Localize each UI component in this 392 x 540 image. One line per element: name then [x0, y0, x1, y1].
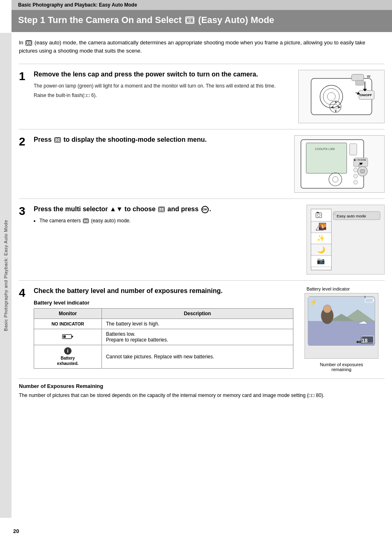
title-section: Step 1 Turn the Camera On and Select (Ea…	[12, 10, 392, 32]
battery-section-title: Battery level indicator	[34, 300, 293, 306]
svg-rect-46	[311, 209, 331, 222]
svg-text:▶/ SCENE: ▶/ SCENE	[354, 159, 366, 161]
svg-point-44	[85, 220, 87, 222]
svg-text:◀: ◀	[331, 105, 334, 109]
svg-point-73	[323, 305, 332, 313]
step-2-section: 2 Press to display the shooting-mode sel…	[19, 129, 385, 193]
svg-text:📷: 📷	[356, 338, 362, 344]
step-3-section: 3 Press the multi selector ▲▼ to choose …	[19, 198, 385, 275]
page-title: Step 1 Turn the Camera On and Select (Ea…	[18, 14, 385, 26]
col-desc: Description	[101, 308, 293, 318]
desc-cell-3: Cannot take pictures. Replace with new b…	[101, 345, 293, 368]
step-4-heading: Check the battery level and number of ex…	[34, 286, 293, 295]
page-number: 20	[13, 528, 19, 534]
exposures-section: Number of Exposures Remaining The number…	[19, 378, 385, 399]
monitor-cell-1: NO INDICATOR	[34, 318, 102, 329]
svg-rect-49	[317, 212, 319, 213]
svg-rect-76	[373, 300, 374, 301]
step-3-image: Easy auto mode 🌄 ✨ 🌙 📷	[307, 205, 385, 275]
svg-text:⚡: ⚡	[310, 299, 317, 306]
svg-point-42	[161, 208, 162, 210]
table-row: Batteries low.Prepare to replace batteri…	[34, 329, 293, 345]
svg-text:▶: ▶	[338, 105, 341, 109]
svg-point-39	[354, 174, 358, 178]
svg-rect-12	[355, 81, 364, 85]
step-1-image: T W ON/OFF ▲ ▼ ◀	[298, 70, 385, 123]
step-3-bullets: The camera enters (easy auto) mode.	[39, 217, 302, 225]
step-4-content: Check the battery level and number of ex…	[34, 286, 293, 369]
svg-text:✨: ✨	[317, 234, 325, 242]
step-1-heading: Remove the lens cap and press the power …	[34, 70, 293, 79]
exposures-text: The number of pictures that can be store…	[19, 392, 385, 399]
svg-rect-41	[159, 208, 164, 211]
svg-text:18: 18	[362, 337, 367, 344]
content-area: In (easy auto) mode, the camera automati…	[12, 32, 392, 406]
svg-text:W: W	[367, 74, 371, 78]
sidebar-label: Basic Photography and Playback: Easy Aut…	[3, 220, 8, 331]
step-1-number: 1	[19, 70, 29, 82]
monitor-cell-3: i Batteryexhausted.	[34, 345, 102, 368]
svg-text:▼: ▼	[334, 110, 337, 113]
step-1-note: Raise the built-in flash(□□ 6).	[34, 92, 293, 99]
svg-rect-65	[63, 335, 66, 338]
svg-text:🌙: 🌙	[317, 246, 325, 254]
step-3-bullet-1: The camera enters (easy auto) mode.	[39, 217, 302, 225]
svg-rect-23	[55, 138, 60, 141]
svg-point-1	[189, 19, 191, 21]
svg-text:ON/OFF: ON/OFF	[360, 93, 372, 97]
step-2-number: 2	[19, 135, 29, 148]
step-2-image: COOLPIX L300 ▶/ SCENE	[294, 135, 385, 193]
svg-point-40	[354, 180, 358, 185]
svg-rect-0	[187, 18, 193, 22]
step-3-heading: Press the multi selector ▲▼ to choose an…	[34, 205, 302, 214]
step-2-body: Press to display the shooting-mode selec…	[34, 135, 289, 148]
svg-text:📷: 📷	[317, 257, 325, 265]
table-row: i Batteryexhausted. Cannot take pictures…	[34, 345, 293, 368]
battery-label-top: Battery level indicator	[298, 286, 350, 291]
step-3-body: Press the multi selector ▲▼ to choose an…	[34, 205, 302, 225]
main-content: Basic Photography and Playback: Easy Aut…	[12, 0, 392, 406]
svg-rect-11	[352, 74, 364, 81]
svg-rect-3	[27, 41, 31, 44]
battery-label-bottom: Number of exposuresremaining	[320, 362, 363, 372]
step-4-number: 4	[19, 286, 29, 299]
svg-point-4	[28, 42, 30, 44]
svg-point-38	[354, 168, 358, 172]
battery-diagram: Battery level indicator	[298, 286, 385, 372]
svg-rect-2	[187, 18, 189, 18]
desc-cell-2: Batteries low.Prepare to replace batteri…	[101, 329, 293, 345]
table-row: NO INDICATOR The battery level is high.	[34, 318, 293, 329]
step-1-section: 1 Remove the lens cap and press the powe…	[19, 64, 385, 123]
svg-point-33	[357, 166, 367, 176]
svg-text:▲: ▲	[334, 100, 337, 104]
exposures-title: Number of Exposures Remaining	[19, 383, 385, 389]
monitor-cell-2	[34, 329, 102, 345]
svg-text:Easy auto mode: Easy auto mode	[337, 214, 366, 218]
breadcrumb: Basic Photography and Playback: Easy Aut…	[12, 0, 392, 10]
col-monitor: Monitor	[34, 308, 102, 318]
intro-paragraph: In (easy auto) mode, the camera automati…	[19, 39, 385, 56]
svg-rect-43	[84, 219, 88, 222]
svg-rect-28	[350, 144, 357, 155]
sidebar: Basic Photography and Playback: Easy Aut…	[0, 33, 12, 518]
svg-text:COOLPIX L300: COOLPIX L300	[315, 148, 335, 150]
step-1-desc: The power-on lamp (green) will light for…	[34, 82, 293, 90]
desc-cell-1: The battery level is high.	[101, 318, 293, 329]
step-4-section: 4 Check the battery level and number of …	[19, 280, 385, 372]
step-2-heading: Press to display the shooting-mode selec…	[34, 135, 289, 144]
svg-point-24	[57, 139, 58, 141]
battery-table: Monitor Description NO INDICATOR The bat…	[34, 308, 293, 369]
step-1-body: Remove the lens cap and press the power …	[34, 70, 293, 99]
step-3-number: 3	[19, 205, 29, 217]
svg-rect-64	[71, 336, 73, 337]
